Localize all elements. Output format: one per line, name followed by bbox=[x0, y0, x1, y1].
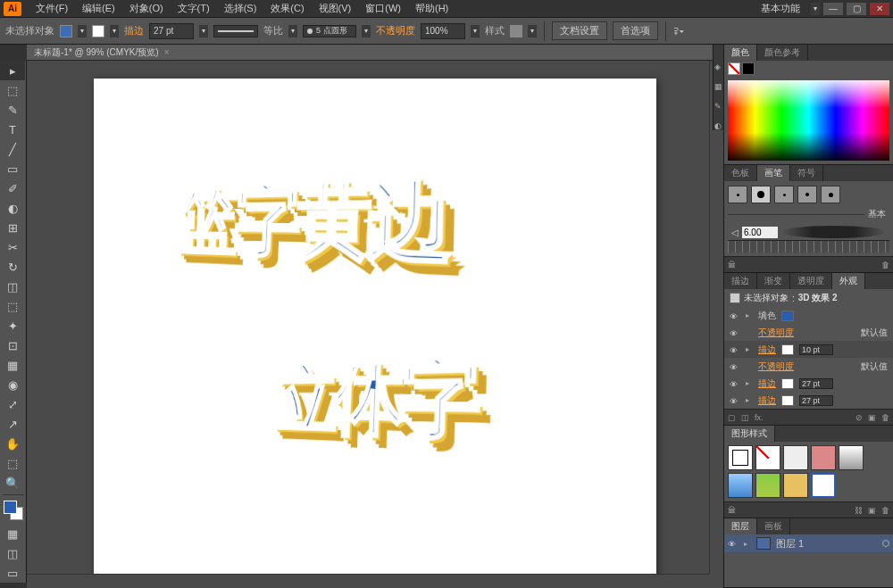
clear-icon[interactable]: ⊘ bbox=[855, 413, 863, 422]
color-spectrum[interactable] bbox=[728, 80, 889, 161]
stroke-profile-line[interactable] bbox=[213, 25, 258, 37]
tool-button[interactable]: ⤢ bbox=[0, 394, 25, 414]
visibility-icon[interactable] bbox=[730, 327, 740, 338]
stroke-weight-input[interactable] bbox=[149, 23, 194, 39]
expand-icon[interactable]: ▸ bbox=[746, 345, 753, 353]
row-value[interactable]: 27 pt bbox=[799, 378, 833, 389]
gstyle-item[interactable] bbox=[755, 445, 780, 470]
tool-button[interactable]: ▭ bbox=[0, 159, 25, 178]
tab-symbols[interactable]: 符号 bbox=[790, 165, 823, 181]
new-icon[interactable]: ▣ bbox=[868, 506, 876, 515]
style-drop-icon[interactable]: ▾ bbox=[528, 25, 537, 37]
tool-button[interactable]: ⊡ bbox=[0, 335, 25, 355]
tool-button[interactable]: ✦ bbox=[0, 316, 25, 335]
no-fill-swatch[interactable] bbox=[728, 62, 740, 75]
document-tab[interactable]: 未标题-1* @ 99% (CMYK/预览) × bbox=[27, 45, 723, 61]
triangle-icon[interactable]: ◁ bbox=[731, 228, 739, 237]
black-swatch[interactable] bbox=[742, 62, 755, 75]
visibility-icon[interactable] bbox=[730, 361, 740, 372]
appearance-row[interactable]: 不透明度默认值 bbox=[724, 358, 893, 375]
opacity-label[interactable]: 不透明度 bbox=[376, 24, 415, 37]
artwork-text-1[interactable]: 篮字黄边 bbox=[178, 161, 451, 282]
tool-button[interactable]: ▸ bbox=[0, 61, 25, 80]
tool-button[interactable]: ▦ bbox=[0, 355, 25, 375]
menu-item[interactable]: 文字(T) bbox=[171, 0, 217, 17]
strip-icon[interactable]: ◈ bbox=[714, 62, 723, 71]
dup-icon[interactable]: ▣ bbox=[868, 413, 876, 422]
row-swatch[interactable] bbox=[781, 311, 794, 321]
style-swatch[interactable] bbox=[510, 25, 522, 37]
tool-button[interactable]: ⬚ bbox=[0, 453, 25, 473]
new-fill-icon[interactable]: ▢ bbox=[728, 413, 736, 422]
row-value[interactable]: 27 pt bbox=[799, 395, 833, 406]
brush-drop-icon[interactable]: ▾ bbox=[362, 25, 371, 37]
opacity-drop-icon[interactable]: ▾ bbox=[471, 25, 480, 37]
gstyle-item[interactable] bbox=[839, 445, 864, 470]
artboard[interactable]: 篮字黄边 立体字 bbox=[94, 79, 656, 587]
tab-stroke-p[interactable]: 描边 bbox=[724, 273, 757, 289]
expand-icon[interactable]: ▸ bbox=[744, 540, 751, 548]
basic-brush-row[interactable]: 基本 bbox=[728, 204, 889, 224]
lib-icon[interactable]: 🏛 bbox=[728, 506, 736, 515]
brush-size-value[interactable]: 6.00 bbox=[742, 227, 778, 238]
tool-button[interactable]: ◫ bbox=[0, 277, 25, 296]
tool-button[interactable]: ↗ bbox=[0, 414, 25, 434]
fill-stroke-swatch[interactable] bbox=[4, 501, 23, 520]
menu-item[interactable]: 帮助(H) bbox=[408, 0, 455, 17]
workspace-switcher[interactable]: 基本功能 bbox=[750, 0, 811, 17]
expand-icon[interactable]: ▸ bbox=[746, 379, 753, 387]
strip-icon[interactable]: ✎ bbox=[714, 102, 723, 111]
tab-appearance[interactable]: 外观 bbox=[832, 273, 865, 289]
appearance-row[interactable]: ▸描边27 pt bbox=[724, 375, 893, 392]
tool-button[interactable]: ⬚ bbox=[0, 296, 25, 316]
gstyle-item[interactable] bbox=[811, 473, 836, 498]
chain-icon[interactable]: ⛓ bbox=[855, 506, 863, 515]
fill-swatch[interactable] bbox=[60, 25, 72, 37]
tab-brushes[interactable]: 画笔 bbox=[757, 165, 790, 181]
menu-item[interactable]: 编辑(E) bbox=[75, 0, 122, 17]
workspace-drop-icon[interactable]: ▾ bbox=[811, 3, 820, 15]
gstyle-item[interactable] bbox=[783, 473, 808, 498]
visibility-icon[interactable] bbox=[730, 311, 740, 321]
tool-button[interactable]: ✋ bbox=[0, 434, 25, 453]
menu-item[interactable]: 视图(V) bbox=[312, 0, 359, 17]
stroke-swatch[interactable] bbox=[92, 25, 104, 37]
tab-close-icon[interactable]: × bbox=[164, 47, 170, 57]
tool-button[interactable]: ↻ bbox=[0, 257, 25, 277]
gstyle-item[interactable] bbox=[783, 445, 808, 470]
minimize-icon[interactable]: — bbox=[823, 3, 843, 15]
menu-item[interactable]: 效果(C) bbox=[263, 0, 311, 17]
tab-transparency[interactable]: 透明度 bbox=[790, 273, 832, 289]
brush-profile[interactable]: 5 点圆形 bbox=[303, 25, 356, 37]
trash-icon[interactable]: 🗑 bbox=[881, 413, 889, 422]
menu-item[interactable]: 选择(S) bbox=[217, 0, 264, 17]
visibility-icon[interactable] bbox=[730, 378, 740, 389]
row-value[interactable]: 10 pt bbox=[799, 344, 833, 355]
gstyle-item[interactable] bbox=[755, 473, 780, 498]
appearance-row[interactable]: ▸描边10 pt bbox=[724, 341, 893, 358]
layer-name[interactable]: 图层 1 bbox=[776, 537, 804, 551]
tool-button[interactable]: T bbox=[0, 120, 25, 139]
weight-drop-icon[interactable]: ▾ bbox=[199, 25, 208, 37]
tool-button[interactable]: ✂ bbox=[0, 237, 25, 257]
appearance-row[interactable]: 不透明度默认值 bbox=[724, 324, 893, 341]
close-icon[interactable]: ✕ bbox=[870, 3, 889, 15]
tool-button[interactable]: ⬚ bbox=[0, 80, 25, 100]
tool-button[interactable]: ◐ bbox=[0, 198, 25, 218]
opacity-input[interactable] bbox=[421, 23, 465, 39]
canvas[interactable]: 篮字黄边 立体字 bbox=[27, 61, 723, 588]
menu-item[interactable]: 对象(O) bbox=[122, 0, 171, 17]
expand-icon[interactable]: ▸ bbox=[746, 311, 753, 319]
stroke-drop-icon[interactable]: ▾ bbox=[110, 25, 119, 37]
appearance-row[interactable]: ▸描边27 pt bbox=[724, 392, 893, 409]
target-icon[interactable] bbox=[882, 540, 889, 547]
row-swatch[interactable] bbox=[781, 378, 794, 389]
tool-button[interactable]: ◉ bbox=[0, 375, 25, 394]
artwork-text-2[interactable]: 立体字 bbox=[274, 341, 479, 459]
fx-icon[interactable]: fx. bbox=[755, 413, 764, 422]
appearance-row[interactable]: ▸填色 bbox=[724, 307, 893, 324]
brush-row[interactable] bbox=[728, 185, 889, 204]
trash-icon[interactable]: 🗑 bbox=[881, 506, 889, 515]
align-icon[interactable]: ⫀▾ bbox=[673, 25, 684, 37]
menu-item[interactable]: 窗口(W) bbox=[358, 0, 408, 17]
